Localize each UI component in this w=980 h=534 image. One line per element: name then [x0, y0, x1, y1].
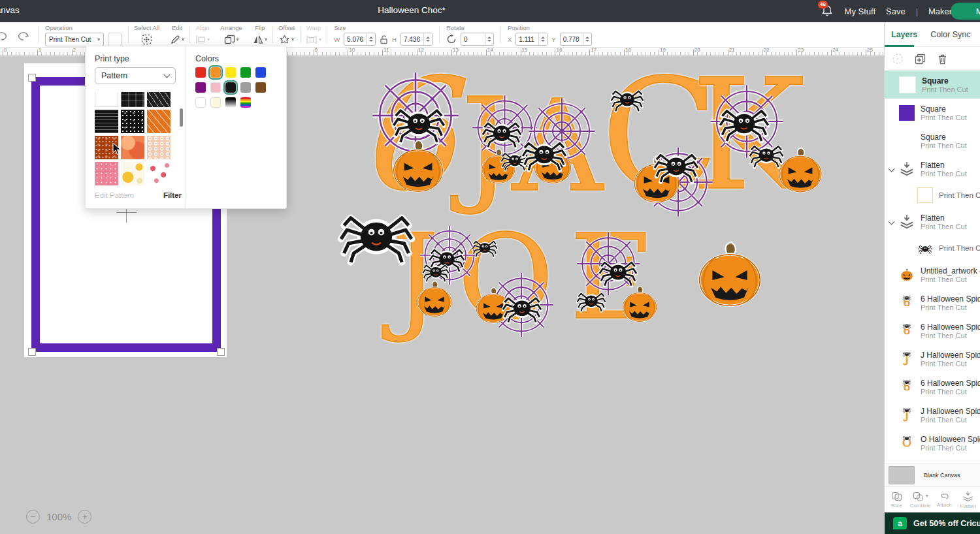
- slice-button[interactable]: Slice: [885, 487, 909, 512]
- pattern-swatch-orange-streaks[interactable]: [147, 110, 171, 133]
- layer-item[interactable]: OO Halloween Spider APrint Then Cut: [885, 429, 980, 457]
- layer-item[interactable]: SquarePrint Then Cut: [885, 99, 980, 127]
- pattern-swatch-lemon-floral[interactable]: [121, 162, 144, 185]
- my-stuff-link[interactable]: My Stuff: [845, 7, 875, 16]
- spider-icon[interactable]: [749, 135, 784, 170]
- pattern-swatch-pink-dots[interactable]: [95, 162, 118, 185]
- make-it-button[interactable]: Make It: [951, 3, 980, 20]
- height-stepper[interactable]: [423, 33, 432, 45]
- layer-item[interactable]: FlattenPrint Then Cut: [885, 155, 980, 183]
- lock-open-icon[interactable]: [380, 35, 388, 44]
- spider-icon[interactable]: [472, 233, 498, 259]
- spider-icon[interactable]: [598, 250, 638, 289]
- save-link[interactable]: Save: [886, 7, 906, 16]
- print-type-dropdown[interactable]: Pattern: [95, 67, 176, 84]
- layer-item[interactable]: Untitled_artwork 41Print Then Cut: [885, 260, 980, 289]
- layer-item[interactable]: 66 Halloween Spider APrint Then Cut: [885, 373, 980, 401]
- layer-item[interactable]: JJ Halloween Spider APrint Then Cut: [885, 345, 980, 373]
- layer-item[interactable]: 66 Halloween Spider APrint Then Cut: [885, 289, 980, 317]
- pattern-scrollbar[interactable]: [180, 108, 183, 127]
- chevron-down-icon[interactable]: [889, 219, 895, 225]
- blank-canvas-row[interactable]: Blank Canvas: [885, 463, 980, 486]
- spider-icon[interactable]: [502, 285, 542, 326]
- color-swatch-green[interactable]: [240, 67, 251, 78]
- width-input[interactable]: 5.076: [344, 33, 376, 46]
- position-x-stepper[interactable]: [538, 33, 547, 45]
- spider-icon[interactable]: [576, 284, 606, 314]
- pumpkin-icon[interactable]: [617, 285, 662, 323]
- flatten-button[interactable]: Flatten: [956, 487, 980, 512]
- selection-handle[interactable]: [28, 348, 36, 356]
- rotate-input[interactable]: 0: [461, 33, 494, 46]
- offset-button[interactable]: Offset ▾: [273, 22, 300, 47]
- layer-item[interactable]: Print Then Cut: [885, 236, 980, 260]
- selection-handle[interactable]: [28, 74, 36, 82]
- zoom-out-button[interactable]: −: [26, 510, 40, 524]
- flip-button[interactable]: Flip ▾: [248, 22, 272, 47]
- chevron-down-icon[interactable]: [889, 166, 895, 172]
- pattern-swatch-black-diagonal[interactable]: [147, 92, 171, 107]
- pattern-swatch-peach-floral[interactable]: [147, 136, 171, 159]
- document-title[interactable]: Halloween Choc*: [366, 5, 457, 15]
- color-swatch-purple[interactable]: [195, 82, 206, 93]
- color-swatch-cream[interactable]: [210, 97, 221, 108]
- color-swatch-red[interactable]: [195, 67, 206, 78]
- pattern-swatch-black-text[interactable]: [95, 110, 118, 133]
- color-swatch-white[interactable]: [195, 97, 206, 108]
- color-swatch-blue[interactable]: [255, 67, 266, 78]
- color-swatch-black-gradient[interactable]: [225, 97, 236, 108]
- layer-item[interactable]: Print Then Cut: [885, 183, 980, 208]
- select-all-button[interactable]: Select All: [129, 22, 165, 47]
- position-x-input[interactable]: 1.111: [515, 33, 547, 46]
- color-swatch-yellow[interactable]: [225, 67, 236, 78]
- notifications-bell-icon[interactable]: 46: [821, 5, 834, 18]
- pumpkin-icon[interactable]: [686, 241, 774, 309]
- redo-button[interactable]: [17, 31, 30, 44]
- color-swatch-pink[interactable]: [210, 82, 221, 93]
- color-swatch-black[interactable]: [225, 82, 236, 93]
- position-y-stepper[interactable]: [583, 33, 591, 45]
- layer-item[interactable]: 66 Halloween Spider APrint Then Cut: [885, 317, 980, 345]
- filter-button[interactable]: Filter: [163, 191, 182, 199]
- layer-item[interactable]: FlattenPrint Then Cut: [885, 208, 980, 236]
- fill-swatch-button[interactable]: [108, 33, 122, 46]
- tab-layers[interactable]: Layers: [885, 30, 924, 39]
- color-swatch-orange[interactable]: [210, 67, 221, 78]
- tab-color-sync[interactable]: Color Sync: [924, 30, 977, 39]
- width-stepper[interactable]: [367, 33, 375, 45]
- promo-banner[interactable]: a Get 50% off Cricut Acc: [885, 512, 980, 534]
- spider-icon[interactable]: [392, 93, 446, 147]
- edit-button[interactable]: Edit ▾: [165, 22, 189, 47]
- arrange-button[interactable]: Arrange ▾: [215, 22, 248, 47]
- spider-icon[interactable]: [521, 129, 567, 174]
- operation-dropdown[interactable]: Print Then Cut ▾: [45, 33, 104, 46]
- duplicate-icon[interactable]: [915, 54, 926, 65]
- layer-item[interactable]: SquarePrint Then Cut: [885, 71, 980, 99]
- attach-button[interactable]: Attach: [932, 487, 956, 512]
- pattern-swatch-watermelon[interactable]: [147, 162, 171, 185]
- pattern-swatch-black-splatter[interactable]: [121, 110, 144, 133]
- pattern-swatch-orange-watercolor[interactable]: [121, 136, 144, 159]
- zoom-in-button[interactable]: +: [78, 510, 91, 524]
- pattern-swatch-black-plaid[interactable]: [121, 92, 144, 107]
- pumpkin-icon[interactable]: [385, 139, 451, 194]
- rotate-stepper[interactable]: [485, 33, 493, 45]
- color-swatch-rainbow[interactable]: [240, 97, 251, 108]
- pattern-swatch-blank-white[interactable]: [95, 92, 118, 107]
- layer-item[interactable]: SquarePrint Then Cut: [885, 127, 980, 155]
- big-spider-icon[interactable]: [320, 194, 433, 269]
- spider-icon[interactable]: [422, 257, 449, 284]
- spider-icon[interactable]: [653, 140, 699, 186]
- color-swatch-brown[interactable]: [255, 82, 266, 93]
- color-swatch-gray[interactable]: [240, 82, 251, 93]
- rotate-icon[interactable]: [446, 34, 457, 44]
- combine-button[interactable]: ▾ Combine: [909, 487, 933, 512]
- trash-icon[interactable]: [938, 54, 947, 65]
- selection-handle[interactable]: [217, 348, 225, 356]
- pumpkin-icon[interactable]: [412, 280, 457, 318]
- canvas-nav-label[interactable]: Canvas: [0, 5, 20, 15]
- layer-item[interactable]: JJ Halloween Spider APrint Then Cut: [885, 401, 980, 429]
- height-input[interactable]: 7.436: [400, 33, 433, 46]
- position-y-input[interactable]: 0.778: [560, 33, 592, 46]
- undo-button[interactable]: [0, 31, 8, 44]
